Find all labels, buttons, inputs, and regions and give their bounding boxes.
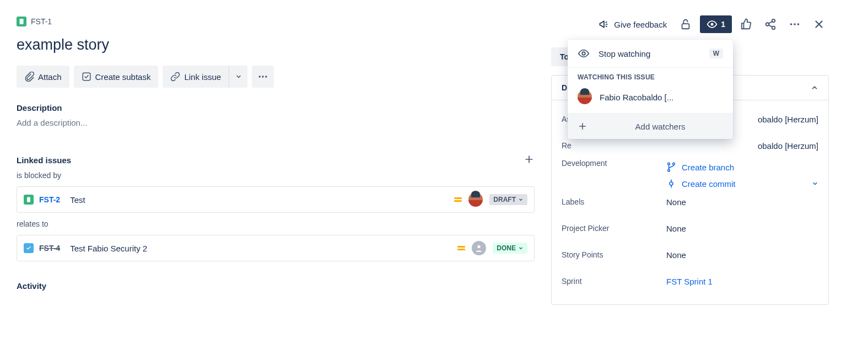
subtask-icon (82, 72, 91, 82)
svg-point-14 (794, 23, 796, 25)
plus-icon (578, 121, 587, 131)
chevron-down-icon (235, 73, 242, 80)
svg-point-10 (772, 19, 775, 23)
linked-issue-summary: Test (70, 195, 454, 205)
svg-point-4 (262, 76, 263, 77)
labels-row[interactable]: Labels None (562, 189, 818, 215)
linked-issue-card[interactable]: FST-2TestDRAFT (17, 186, 535, 213)
share-button[interactable] (761, 14, 780, 34)
story-points-row[interactable]: Story Points None (562, 242, 818, 268)
story-type-icon (24, 195, 34, 205)
svg-rect-6 (27, 197, 30, 202)
linked-issues-header: Linked issues (17, 155, 71, 165)
link-group-label: is blocked by (17, 171, 551, 180)
create-branch-link[interactable]: Create branch (666, 162, 818, 172)
unlock-button[interactable] (676, 14, 696, 34)
eye-icon (578, 47, 590, 60)
linked-issue-key[interactable]: FST-4 (39, 244, 60, 253)
give-feedback-button[interactable]: Give feedback (599, 19, 667, 30)
unlock-icon (680, 18, 692, 30)
eye-icon (707, 19, 718, 30)
linked-issue-card[interactable]: FST-4Test Fabio Security 2DONE (17, 235, 535, 261)
commit-icon (666, 179, 676, 189)
development-row: Development Create branch Create commit (562, 159, 818, 189)
activity-header: Activity (17, 281, 551, 291)
status-badge[interactable]: DRAFT (489, 194, 527, 205)
watching-section-header: WATCHING THIS ISSUE (568, 68, 733, 87)
watchers-popover: Stop watching W WATCHING THIS ISSUE Fabi… (568, 40, 733, 139)
description-placeholder[interactable]: Add a description... (17, 118, 551, 127)
issue-toolbar: Attach Create subtask Link issue (17, 66, 551, 88)
megaphone-icon (599, 19, 610, 30)
svg-point-11 (766, 23, 769, 26)
svg-point-5 (265, 76, 267, 77)
watch-count: 1 (721, 20, 725, 29)
svg-point-3 (259, 76, 261, 77)
issue-title[interactable]: example story (17, 36, 551, 53)
create-commit-link[interactable]: Create commit (666, 179, 818, 189)
svg-rect-8 (682, 24, 689, 29)
link-issue-dropdown[interactable] (229, 66, 247, 88)
more-horizontal-icon (789, 18, 801, 30)
svg-point-18 (668, 169, 670, 171)
more-menu-button[interactable] (785, 14, 805, 34)
issue-key[interactable]: FST-1 (31, 17, 52, 26)
svg-point-17 (673, 163, 675, 165)
create-subtask-button[interactable]: Create subtask (74, 66, 159, 88)
sprint-row[interactable]: Sprint FST Sprint 1 (562, 268, 818, 294)
close-button[interactable] (809, 14, 829, 34)
branch-icon (666, 162, 676, 172)
link-issue-button[interactable]: Link issue (163, 66, 229, 88)
breadcrumb[interactable]: FST-1 (17, 17, 551, 26)
like-button[interactable] (736, 14, 756, 34)
linked-issue-summary: Test Fabio Security 2 (70, 244, 457, 253)
priority-medium-icon (457, 246, 465, 250)
priority-medium-icon (454, 197, 462, 202)
linked-issue-key[interactable]: FST-2 (39, 195, 60, 204)
add-watchers-button[interactable]: Add watchers (568, 113, 733, 139)
svg-point-16 (668, 163, 670, 165)
link-group-label: relates to (17, 219, 551, 228)
chevron-up-icon (811, 84, 818, 92)
avatar (578, 90, 592, 104)
plus-icon (524, 154, 535, 165)
svg-point-19 (670, 182, 673, 185)
svg-point-15 (797, 23, 800, 25)
unassigned-avatar[interactable] (472, 241, 486, 255)
watch-button[interactable]: 1 (700, 15, 732, 33)
svg-point-20 (582, 52, 585, 55)
chevron-down-icon[interactable] (812, 180, 818, 187)
stop-watching-button[interactable]: Stop watching W (568, 40, 733, 68)
attach-button[interactable]: Attach (17, 66, 69, 88)
project-picker-row[interactable]: Project Picker None (562, 215, 818, 242)
paperclip-icon (24, 72, 34, 82)
link-icon (170, 72, 180, 82)
svg-rect-2 (83, 73, 90, 81)
shortcut-badge: W (709, 49, 723, 58)
task-type-icon (24, 243, 34, 253)
description-label: Description (17, 103, 551, 112)
svg-rect-0 (20, 19, 23, 24)
more-actions-button[interactable] (252, 66, 274, 88)
status-badge[interactable]: DONE (493, 243, 527, 254)
thumbs-up-icon (740, 18, 752, 30)
story-type-icon (17, 17, 26, 26)
share-icon (764, 18, 777, 30)
add-linked-issue-button[interactable] (524, 154, 535, 167)
close-icon (813, 18, 825, 30)
assignee-avatar[interactable] (468, 192, 483, 207)
svg-point-12 (772, 26, 775, 29)
svg-point-7 (478, 245, 481, 248)
more-horizontal-icon (257, 71, 268, 82)
svg-point-13 (790, 23, 792, 25)
watcher-item[interactable]: Fabio Racobaldo [... (568, 87, 733, 113)
svg-point-9 (711, 23, 714, 26)
